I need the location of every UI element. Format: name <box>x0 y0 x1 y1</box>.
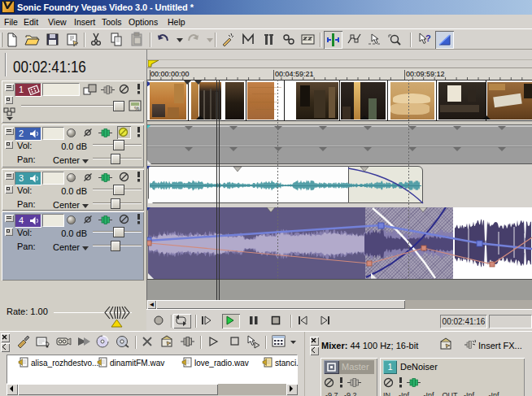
svg-text:%: % <box>134 106 139 111</box>
svg-text:?: ? <box>425 33 431 43</box>
